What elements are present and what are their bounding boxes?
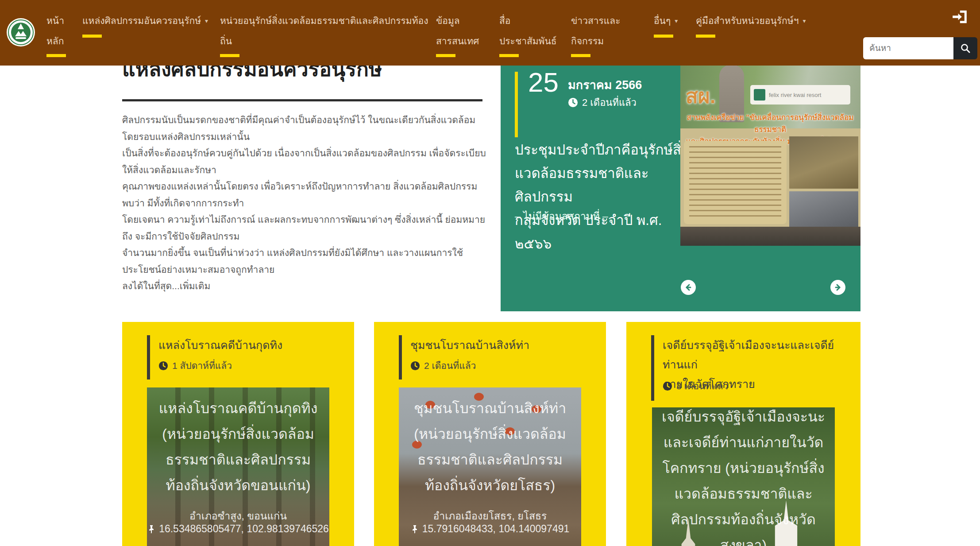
photo-coordinates: 16.534865805477, 102.98139746526 (147, 523, 329, 535)
nav-item-news[interactable]: ข่าวสารและ กิจกรรม (571, 11, 621, 57)
intro-line: จำนวนมากยิ่งขึ้น จนเป็นที่น่าห่วงว่า แหล… (122, 244, 490, 278)
active-underline (696, 35, 715, 38)
intro-paragraph: ศิลปกรรมนับเป็นมรดกของชาติที่มีคุณค่าจำเ… (122, 112, 490, 294)
site-logo[interactable] (6, 18, 35, 47)
accent-bar (399, 335, 402, 379)
accent-bar (515, 72, 518, 137)
search-icon (960, 43, 971, 54)
intro-line: โดยเจตนา ความรู้เท่าไม่ถึงการณ์ และผลกระ… (122, 211, 490, 244)
nav-item-manuals[interactable]: คู่มือสำหรับหน่วยอนุรักษ์ฯ▾ (696, 11, 806, 38)
search-button[interactable] (953, 37, 977, 59)
search-bar (863, 37, 977, 59)
site-card-sing-tha[interactable]: ชุมชนโบราณบ้านสิงห์ท่า 2 เดือนที่แล้ว ชุ… (374, 322, 606, 546)
active-underline (46, 54, 66, 57)
accent-bar (147, 335, 150, 379)
title-divider (122, 99, 482, 101)
card-photo: แหล่งโบราณคดีบ้านกุดทิง (หน่วยอนุรักษ์สิ… (147, 387, 329, 546)
nav-item-art-sources[interactable]: แหล่งศิลปกรรมอันควรอนุรักษ์▾ (82, 11, 208, 38)
photo-location: อำเภอซำสูง, ขอนแก่น (147, 508, 329, 524)
event-location: – ไม่มีข้อมูลสถานที่ – (515, 208, 608, 224)
chevron-down-icon: ▾ (205, 11, 208, 31)
resort-logo (754, 89, 765, 101)
active-underline (436, 54, 455, 57)
intro-line: เป็นสิ่งที่จะต้องอนุรักษ์ควบคู่กันไปด้วย… (122, 145, 490, 178)
poster-resort-sign: felix river kwai resort (750, 85, 850, 105)
card-title: ชุมชนโบราณบ้านสิงห์ท่า (410, 335, 592, 355)
card-time-ago: 1 สัปดาห์ที่แล้ว (158, 358, 232, 373)
photo-caption: ชุมชนโบราณบ้านสิงห์ท่า (หน่วยอนุรักษ์สิ่… (399, 395, 581, 498)
clock-icon (158, 361, 168, 371)
nav-item-information[interactable]: ข้อมูล สารสนเทศ (436, 11, 479, 57)
pin-icon (147, 525, 155, 534)
clock-icon (410, 361, 420, 371)
active-underline (82, 35, 102, 38)
card-photo: ชุมชนโบราณบ้านสิงห์ท่า (หน่วยอนุรักษ์สิ่… (399, 387, 581, 546)
poster-text-block (684, 141, 787, 224)
accent-bar (651, 335, 654, 401)
card-time-ago: 3 เดือนที่แล้ว (663, 379, 728, 393)
photo-caption: แหล่งโบราณคดีบ้านกุดทิง (หน่วยอนุรักษ์สิ… (147, 395, 329, 498)
card-photo: เจดีย์บรรจุอัฐิเจ้าเมืองจะนะ และเจดีย์ท่… (652, 407, 835, 546)
chevron-down-icon: ▾ (803, 11, 806, 31)
nav-item-others[interactable]: อื่นๆ▾ (654, 11, 678, 38)
carousel-next-button[interactable] (830, 280, 845, 295)
card-time-ago: 2 เดือนที่แล้ว (410, 358, 476, 373)
login-icon (951, 9, 968, 24)
intro-line-read-more[interactable]: ลงได้ในที่สุด...เพิ่มเติม (122, 278, 490, 294)
poster-photo-podium-1 (789, 136, 858, 189)
event-poster-image[interactable]: สผ. felix river kwai resort สานพลังเครือ… (680, 62, 860, 246)
poster-org-abbrev: สผ. (686, 80, 716, 112)
nav-item-media[interactable]: สื่อ ประชาสัมพันธ์ (499, 11, 557, 57)
poster-group-photo (680, 227, 860, 246)
nav-item-home[interactable]: หน้า หลัก (46, 11, 66, 57)
active-underline (220, 54, 239, 57)
chevron-down-icon: ▾ (675, 11, 678, 31)
login-button[interactable] (950, 9, 969, 26)
search-input[interactable] (863, 37, 953, 59)
intro-line: คุณภาพของแหล่งเหล่านั้นโดยตรง เพื่อวิเคร… (122, 178, 490, 211)
event-month-year: มกราคม 2566 (568, 75, 642, 94)
nav-item-conservation-units[interactable]: หน่วยอนุรักษ์สิ่งแวดล้อมธรรมชาติและศิลปก… (220, 11, 428, 57)
event-day: 25 (528, 66, 559, 98)
event-time-ago: 2 เดือนที่แล้ว (568, 95, 637, 110)
active-underline (571, 54, 590, 57)
clock-icon (568, 97, 578, 108)
pin-icon (411, 525, 419, 534)
photo-coordinates: 15.7916048433, 104.140097491 (399, 523, 581, 535)
active-underline (654, 35, 673, 38)
card-title: แหล่งโบราณคดีบ้านกุดทิง (158, 335, 340, 355)
site-card-kut-thing[interactable]: แหล่งโบราณคดีบ้านกุดทิง 1 สัปดาห์ที่แล้ว… (122, 322, 354, 546)
intro-line: ศิลปกรรมนับเป็นมรดกของชาติที่มีคุณค่าจำเ… (122, 112, 490, 145)
active-underline (499, 54, 519, 57)
carousel-prev-button[interactable] (681, 280, 696, 295)
news-carousel: 25 มกราคม 2566 2 เดือนที่แล้ว ประชุมประจ… (501, 62, 860, 311)
arrow-left-icon (684, 283, 692, 291)
arrow-right-icon (834, 283, 842, 291)
photo-location: อำเภอเมืองยโสธร, ยโสธร (399, 508, 581, 524)
top-navbar: หน้า หลัก แหล่งศิลปกรรมอันควรอนุรักษ์▾ ห… (0, 0, 980, 66)
event-title[interactable]: ประชุมประจำปีภาคีอนุรักษ์สิ่ง แวดล้อมธรร… (515, 138, 688, 256)
clock-icon (663, 381, 672, 391)
site-card-khok-sai[interactable]: เจดีย์บรรจุอัฐิเจ้าเมืองจะนะและเจดีย์ท่า… (626, 322, 860, 546)
photo-caption: เจดีย์บรรจุอัฐิเจ้าเมืองจะนะ และเจดีย์ท่… (652, 407, 835, 546)
